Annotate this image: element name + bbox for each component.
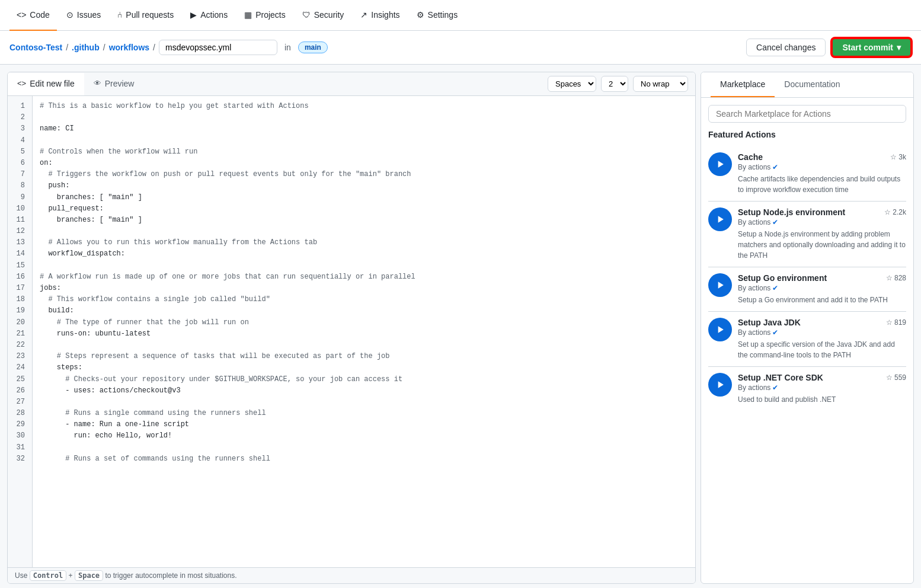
line-number: 8 xyxy=(12,180,25,191)
code-icon: <> xyxy=(17,10,26,20)
line-number: 13 xyxy=(12,237,25,248)
line-number: 11 xyxy=(12,215,25,226)
line-numbers: 1234567891011121314151617181920212223242… xyxy=(8,96,33,567)
cancel-changes-button[interactable]: Cancel changes xyxy=(746,39,826,56)
tab-preview[interactable]: 👁 Preview xyxy=(84,73,144,95)
action-by: By actions ✔ xyxy=(738,384,906,392)
line-number: 5 xyxy=(12,146,25,158)
verified-icon: ✔ xyxy=(772,163,778,171)
action-stars: ☆ 2.2k xyxy=(884,208,906,216)
file-path-actions: Cancel changes Start commit ▾ xyxy=(746,38,912,57)
breadcrumb-sep-2: / xyxy=(103,43,105,52)
action-icon xyxy=(708,152,732,176)
nav-issues-label: Issues xyxy=(77,10,101,20)
action-icon xyxy=(708,373,732,397)
edit-tab-label: Edit new file xyxy=(30,79,74,88)
action-details: Setup Java JDK ☆ 819 By actions ✔ Set up… xyxy=(738,318,906,360)
action-stars: ☆ 828 xyxy=(886,274,906,282)
nav-actions-label: Actions xyxy=(200,10,228,20)
featured-actions-title: Featured Actions xyxy=(708,130,906,139)
breadcrumb-github[interactable]: .github xyxy=(72,43,100,52)
wrap-select[interactable]: No wrap Soft wrap xyxy=(633,76,688,92)
nav-insights-label: Insights xyxy=(371,10,399,20)
right-panel: Marketplace Documentation Featured Actio… xyxy=(701,72,914,584)
nav-actions[interactable]: ▶ Actions xyxy=(183,0,235,31)
indent-size-select[interactable]: 2 4 8 xyxy=(601,76,628,92)
start-commit-button[interactable]: Start commit ▾ xyxy=(832,38,912,57)
editor-panel: <> Edit new file 👁 Preview Spaces Tabs 2… xyxy=(7,72,696,584)
action-item[interactable]: Setup Node.js environment ☆ 2.2k By acti… xyxy=(708,202,906,267)
action-details: Setup Node.js environment ☆ 2.2k By acti… xyxy=(738,207,906,261)
line-number: 19 xyxy=(12,305,25,317)
line-number: 10 xyxy=(12,203,25,215)
verified-icon: ✔ xyxy=(772,218,778,226)
editor-options: Spaces Tabs 2 4 8 No wrap Soft wrap xyxy=(541,72,695,95)
breadcrumb: Contoso-Test / .github / workflows / in … xyxy=(9,40,328,55)
action-item[interactable]: Cache ☆ 3k By actions ✔ Cache artifacts … xyxy=(708,146,906,202)
nav-code[interactable]: <> Code xyxy=(9,0,57,31)
line-number: 7 xyxy=(12,169,25,180)
settings-icon: ⚙ xyxy=(417,10,424,20)
preview-icon: 👁 xyxy=(94,79,101,88)
file-path-bar: Contoso-Test / .github / workflows / in … xyxy=(0,31,921,65)
line-number: 2 xyxy=(12,112,25,123)
breadcrumb-workflows[interactable]: workflows xyxy=(109,43,149,52)
issues-icon: ⊙ xyxy=(66,10,73,20)
nav-security[interactable]: 🛡 Security xyxy=(295,0,351,31)
nav-code-label: Code xyxy=(30,10,49,20)
nav-projects-label: Projects xyxy=(255,10,286,20)
action-item[interactable]: Setup .NET Core SDK ☆ 559 By actions ✔ U… xyxy=(708,367,906,411)
line-number: 4 xyxy=(12,135,25,146)
line-number: 32 xyxy=(12,453,25,465)
right-panel-tabs: Marketplace Documentation xyxy=(701,72,913,98)
statusbar-plus: + xyxy=(69,571,73,580)
action-name: Setup Go environment xyxy=(738,273,827,283)
action-header: Setup Go environment ☆ 828 xyxy=(738,273,906,283)
line-number: 25 xyxy=(12,374,25,385)
code-area[interactable]: 1234567891011121314151617181920212223242… xyxy=(8,96,695,567)
filename-input[interactable] xyxy=(159,40,277,55)
line-number: 28 xyxy=(12,408,25,419)
in-label: in xyxy=(284,43,291,52)
tab-edit-new-file[interactable]: <> Edit new file xyxy=(8,73,84,95)
action-by: By actions ✔ xyxy=(738,284,906,292)
line-number: 31 xyxy=(12,442,25,453)
action-description: Used to build and publish .NET xyxy=(738,394,906,405)
code-content[interactable]: # This is a basic workflow to help you g… xyxy=(33,96,695,567)
right-panel-content: Featured Actions Cache ☆ 3k By actions ✔… xyxy=(701,98,913,583)
line-number: 29 xyxy=(12,419,25,430)
line-number: 18 xyxy=(12,294,25,305)
action-item[interactable]: Setup Go environment ☆ 828 By actions ✔ … xyxy=(708,267,906,312)
line-number: 15 xyxy=(12,260,25,271)
nav-pull-requests-label: Pull requests xyxy=(126,10,174,20)
nav-settings[interactable]: ⚙ Settings xyxy=(410,0,465,31)
line-number: 27 xyxy=(12,397,25,408)
editor-statusbar: Use Control + Space to trigger autocompl… xyxy=(8,567,695,583)
edit-icon: <> xyxy=(17,79,26,88)
marketplace-search-input[interactable] xyxy=(708,105,906,123)
breadcrumb-repo[interactable]: Contoso-Test xyxy=(9,43,62,52)
tab-documentation[interactable]: Documentation xyxy=(775,72,849,97)
line-number: 14 xyxy=(12,248,25,260)
insights-icon: ↗ xyxy=(360,10,367,20)
statusbar-space-key: Space xyxy=(75,570,103,581)
editor-toolbar: <> Edit new file 👁 Preview Spaces Tabs 2… xyxy=(8,72,695,96)
action-by: By actions ✔ xyxy=(738,328,906,337)
tab-marketplace[interactable]: Marketplace xyxy=(711,72,775,97)
action-by: By actions ✔ xyxy=(738,218,906,226)
nav-projects[interactable]: ▦ Projects xyxy=(237,0,293,31)
preview-tab-label: Preview xyxy=(105,79,135,88)
nav-insights[interactable]: ↗ Insights xyxy=(353,0,407,31)
verified-icon: ✔ xyxy=(772,328,778,337)
nav-pull-requests[interactable]: ⑃ Pull requests xyxy=(110,0,181,31)
action-item[interactable]: Setup Java JDK ☆ 819 By actions ✔ Set up… xyxy=(708,312,906,367)
pull-requests-icon: ⑃ xyxy=(117,10,122,20)
action-name: Setup Node.js environment xyxy=(738,207,845,217)
statusbar-use: Use xyxy=(15,571,27,580)
nav-issues[interactable]: ⊙ Issues xyxy=(59,0,108,31)
action-details: Setup Go environment ☆ 828 By actions ✔ … xyxy=(738,273,906,305)
line-number: 6 xyxy=(12,158,25,169)
line-number: 12 xyxy=(12,226,25,237)
breadcrumb-sep-3: / xyxy=(153,43,155,52)
indent-type-select[interactable]: Spaces Tabs xyxy=(548,76,596,92)
